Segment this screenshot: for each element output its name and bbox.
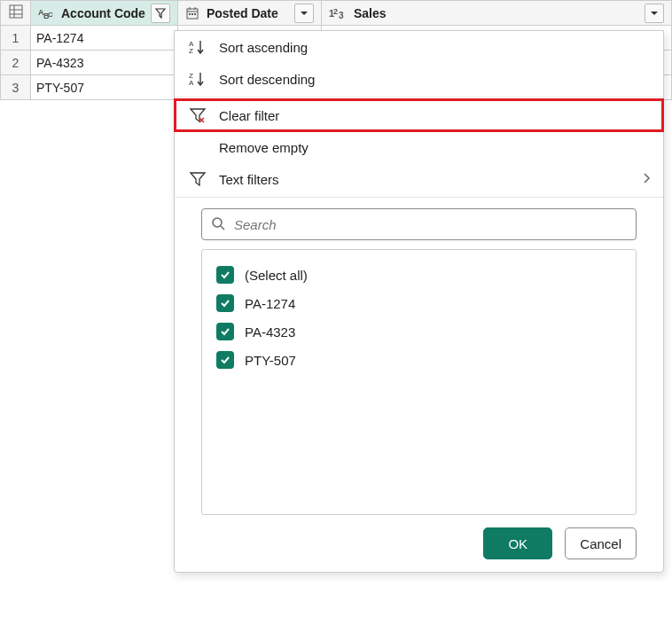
column-filter-panel: AZ Sort ascending ZA Sort descending Cle…	[174, 30, 664, 573]
column-label: Posted Date	[205, 6, 289, 20]
row-number: 3	[1, 75, 31, 100]
column-filter-button[interactable]	[151, 4, 170, 23]
checklist-item[interactable]: PA-4323	[215, 317, 623, 346]
column-header-account-code[interactable]: ABC Account Code	[31, 1, 178, 26]
sort-asc-icon: AZ	[187, 39, 208, 55]
text-type-icon: ABC	[38, 6, 54, 20]
svg-rect-11	[189, 13, 191, 15]
table-icon	[9, 4, 23, 19]
svg-text:A: A	[189, 79, 194, 87]
checklist-label: PA-1274	[245, 296, 295, 311]
header-row: ABC Account Code Posted Date	[1, 1, 672, 26]
svg-text:2: 2	[333, 7, 338, 16]
checkbox-checked-icon[interactable]	[216, 294, 234, 312]
caret-down-icon	[300, 9, 309, 18]
column-header-posted-date[interactable]: Posted Date	[177, 1, 321, 26]
filter-search-input[interactable]	[232, 216, 627, 233]
checkbox-checked-icon[interactable]	[216, 266, 234, 284]
cancel-button[interactable]: Cancel	[565, 527, 637, 559]
svg-rect-12	[191, 13, 193, 15]
svg-line-26	[221, 226, 224, 230]
column-label: Sales	[352, 6, 639, 20]
svg-point-25	[213, 218, 222, 227]
checklist-item[interactable]: PTY-507	[215, 346, 623, 374]
sort-desc-icon: ZA	[187, 71, 208, 87]
checklist-label: PTY-507	[245, 353, 296, 368]
svg-rect-13	[194, 13, 196, 15]
filter-active-icon	[155, 8, 166, 19]
number-type-icon: 123	[329, 6, 347, 20]
ok-button[interactable]: OK	[483, 527, 552, 559]
svg-text:3: 3	[339, 11, 344, 20]
menu-label: Remove empty	[219, 140, 309, 155]
clear-filter-icon	[187, 107, 208, 123]
filter-search-box[interactable]	[201, 208, 637, 240]
column-filter-button[interactable]	[645, 4, 664, 23]
button-label: OK	[508, 536, 527, 551]
svg-text:Z: Z	[189, 47, 193, 55]
cell-account-code[interactable]: PA-4323	[31, 51, 178, 75]
date-type-icon	[185, 6, 199, 20]
checklist-label: PA-4323	[245, 324, 295, 340]
column-filter-button[interactable]	[294, 4, 314, 23]
menu-label: Clear filter	[219, 108, 279, 123]
svg-text:C: C	[48, 11, 53, 19]
dialog-button-row: OK Cancel	[175, 515, 663, 559]
column-label: Account Code	[59, 6, 145, 20]
checkbox-checked-icon[interactable]	[216, 351, 234, 369]
filter-value-list: (Select all) PA-1274 PA-4323 PTY-507	[201, 249, 637, 515]
menu-label: Sort descending	[219, 72, 315, 87]
row-number: 1	[1, 26, 31, 51]
row-number: 2	[1, 51, 31, 75]
menu-divider	[175, 197, 663, 198]
chevron-right-icon	[642, 172, 651, 187]
checklist-select-all[interactable]: (Select all)	[215, 261, 623, 289]
caret-down-icon	[650, 9, 659, 18]
checklist-item[interactable]: PA-1274	[215, 289, 623, 317]
menu-sort-ascending[interactable]: AZ Sort ascending	[175, 31, 663, 63]
svg-rect-0	[10, 5, 22, 18]
menu-text-filters[interactable]: Text filters	[175, 163, 663, 195]
menu-label: Sort ascending	[219, 40, 308, 55]
filter-icon	[187, 171, 208, 187]
cell-account-code[interactable]: PTY-507	[31, 75, 178, 100]
menu-sort-descending[interactable]: ZA Sort descending	[175, 63, 663, 95]
checkbox-checked-icon[interactable]	[216, 323, 234, 340]
checklist-label: (Select all)	[245, 268, 308, 283]
column-header-sales[interactable]: 123 Sales	[321, 1, 671, 26]
search-icon	[211, 216, 225, 233]
menu-remove-empty[interactable]: Remove empty	[175, 131, 663, 163]
row-header-corner[interactable]	[1, 1, 31, 26]
menu-label: Text filters	[219, 172, 279, 187]
button-label: Cancel	[580, 536, 621, 551]
cell-account-code[interactable]: PA-1274	[31, 26, 178, 51]
menu-clear-filter[interactable]: Clear filter	[175, 99, 663, 131]
menu-divider	[175, 97, 663, 98]
